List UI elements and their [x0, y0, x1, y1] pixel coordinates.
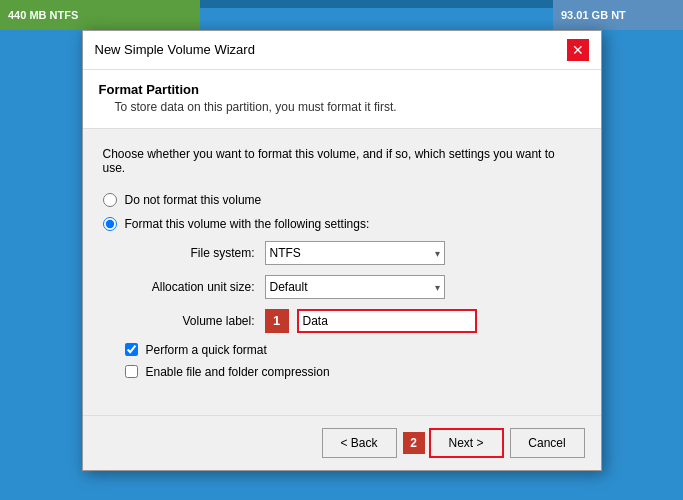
filesystem-row: File system: NTFS [125, 241, 581, 265]
quick-format-checkbox[interactable] [125, 343, 138, 356]
format-label: Format this volume with the following se… [125, 217, 370, 231]
step2-badge: 2 [403, 432, 425, 454]
quick-format-row[interactable]: Perform a quick format [125, 343, 581, 357]
next-button[interactable]: Next > [429, 428, 504, 458]
allocation-row: Allocation unit size: Default [125, 275, 581, 299]
radio-format-volume[interactable]: Format this volume with the following se… [103, 217, 581, 231]
next-button-wrapper: 2 Next > [403, 428, 504, 458]
compression-label: Enable file and folder compression [146, 365, 330, 379]
quick-format-label: Perform a quick format [146, 343, 267, 357]
bg-partition-left: 440 MB NTFS [0, 0, 200, 30]
wizard-dialog: New Simple Volume Wizard ✕ Format Partit… [82, 30, 602, 471]
format-settings: File system: NTFS Allocation unit size: … [125, 241, 581, 333]
header-subtitle: To store data on this partition, you mus… [99, 100, 585, 114]
instruction-text: Choose whether you want to format this v… [103, 147, 581, 175]
format-radio[interactable] [103, 217, 117, 231]
back-button[interactable]: < Back [322, 428, 397, 458]
dialog-footer: < Back 2 Next > Cancel [83, 415, 601, 470]
step1-badge: 1 [265, 309, 289, 333]
bg-partition-right: 93.01 GB NT [553, 0, 683, 30]
no-format-label: Do not format this volume [125, 193, 262, 207]
radio-do-not-format[interactable]: Do not format this volume [103, 193, 581, 207]
dialog-body: Choose whether you want to format this v… [83, 129, 601, 405]
filesystem-select-wrapper[interactable]: NTFS [265, 241, 445, 265]
no-format-radio[interactable] [103, 193, 117, 207]
compression-checkbox[interactable] [125, 365, 138, 378]
allocation-select[interactable]: Default [265, 275, 445, 299]
filesystem-label: File system: [125, 246, 265, 260]
header-title: Format Partition [99, 82, 585, 97]
compression-row[interactable]: Enable file and folder compression [125, 365, 581, 379]
close-button[interactable]: ✕ [567, 39, 589, 61]
volume-label-text: Volume label: [125, 314, 265, 328]
dialog-titlebar: New Simple Volume Wizard ✕ [83, 31, 601, 70]
allocation-select-wrapper[interactable]: Default [265, 275, 445, 299]
volume-label-input[interactable] [297, 309, 477, 333]
volume-label-input-group: 1 [265, 309, 477, 333]
filesystem-select[interactable]: NTFS [265, 241, 445, 265]
dialog-title: New Simple Volume Wizard [95, 42, 255, 57]
volume-label-row: Volume label: 1 [125, 309, 581, 333]
allocation-label: Allocation unit size: [125, 280, 265, 294]
dialog-header: Format Partition To store data on this p… [83, 70, 601, 129]
cancel-button[interactable]: Cancel [510, 428, 585, 458]
